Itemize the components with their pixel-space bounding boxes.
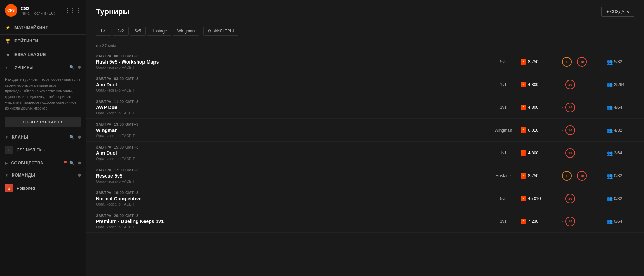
tournament-players: 👥 4/32: [607, 127, 634, 133]
prize-amount: 8 750: [528, 173, 538, 178]
tournament-players: 👥 0/32: [607, 196, 634, 201]
tournament-info: ЗАВТРА, 17:00 GMT+3 Rescue 5v5 Организов…: [96, 168, 486, 183]
tournament-name: Rescue 5v5: [96, 173, 486, 179]
clan-name: CS2 NAVI Clan: [17, 147, 45, 152]
tournament-time: ЗАВТРА, 17:00 GMT+3: [96, 168, 486, 172]
tournament-row[interactable]: ЗАВТРА, 13:00 GMT+3 Wingman Организовано…: [86, 119, 644, 142]
tournament-name: Aim Duel: [96, 82, 486, 87]
tournament-mode: 1v1: [486, 82, 521, 87]
tournament-prize: F 4 800: [521, 82, 562, 87]
add-team-icon[interactable]: ⊕: [78, 173, 81, 178]
sidebar-item-matchmaking[interactable]: ⚡ МАТЧМЕЙКИНГ: [0, 21, 86, 35]
players-icon: 👥: [607, 127, 613, 133]
sidebar-item-ratings[interactable]: 🏆 РЕЙТИНГИ: [0, 35, 86, 48]
team-item[interactable]: 🔥 Poisoned: [0, 181, 86, 195]
app-title-group: CS2 Райан Гослинг (EU): [21, 6, 55, 15]
sidebar-communities-section: ▶ СООБЩЕСТВА 🔍 ⊕: [0, 157, 86, 169]
sidebar-teams-header[interactable]: ▼ КОМАНДЫ ⊕: [0, 169, 86, 181]
tournament-organizer: Организовано FACEIT: [96, 134, 486, 138]
prize-amount: 7 230: [528, 219, 538, 224]
tournament-players: 👥 0/32: [607, 173, 634, 179]
tournament-info: ЗАВТРА, 19:00 GMT+3 Normal Competitive О…: [96, 191, 486, 206]
tournament-organizer: Организовано FACEIT: [96, 202, 486, 206]
players-count: 0/32: [614, 196, 622, 201]
main-header: Турниры + СОЗДАТЬ: [86, 0, 644, 22]
sidebar-clans-header[interactable]: ▼ КЛАНЫ 🔍 ⊕: [0, 131, 86, 143]
tournament-row[interactable]: ЗАВТРА, 03:00 GMT+3 Aim Duel Организован…: [86, 73, 644, 96]
add-clan-icon[interactable]: ⊕: [78, 135, 81, 140]
prize-amount: 8 750: [528, 59, 538, 64]
elo-separator: -: [562, 105, 563, 110]
tournament-row[interactable]: ЗАВТРА, 00:00 GMT+3 Rush 5v5 - Workshop …: [86, 50, 644, 73]
elo-max-indicator: 10: [565, 148, 575, 158]
tournament-prize: F 8 750: [521, 173, 562, 179]
faceit-points-icon: F: [521, 219, 526, 224]
tournament-info: ЗАВТРА, 13:00 GMT+3 Wingman Организовано…: [96, 122, 486, 138]
search-icon[interactable]: 🔍: [69, 65, 75, 70]
ratings-icon: 🏆: [5, 38, 11, 44]
create-button[interactable]: + СОЗДАТЬ: [601, 7, 634, 17]
sidebar-communities-header[interactable]: ▶ СООБЩЕСТВА 🔍 ⊕: [0, 157, 86, 169]
tournament-time: ЗАВТРА, 11:00 GMT+3: [96, 99, 486, 104]
faceit-points-icon: F: [521, 59, 526, 65]
sidebar-tournaments-header[interactable]: ▼ ТУРНИРЫ 🔍 ⊕: [0, 61, 86, 73]
tournament-row[interactable]: ЗАВТРА, 15:00 GMT+3 Aim Duel Организован…: [86, 142, 644, 164]
tournament-row[interactable]: ЗАВТРА, 19:00 GMT+3 Normal Competitive О…: [86, 187, 644, 210]
search-communities-icon[interactable]: 🔍: [69, 161, 75, 165]
add-community-icon[interactable]: ⊕: [78, 161, 81, 165]
elo-max-indicator: 10: [565, 80, 575, 89]
players-icon: 👥: [607, 196, 613, 201]
tournament-overview-button[interactable]: ОБЗОР ТУРНИРОВ: [5, 117, 81, 127]
tournament-mode: 5v5: [486, 196, 521, 201]
tournament-mode: 1v1: [486, 151, 521, 155]
chevron-down-icon: ▼: [5, 173, 8, 177]
add-tournament-icon[interactable]: ⊕: [78, 65, 81, 70]
elo-separator: -: [574, 173, 575, 178]
filter-tab-hostage[interactable]: Hostage: [147, 27, 171, 36]
tournament-name: Premium - Dueling Keeps 1v1: [96, 219, 486, 224]
faceit-points-icon: F: [521, 196, 526, 201]
filter-tab-5v5[interactable]: 5v5: [130, 27, 146, 36]
sidebar-item-esea[interactable]: ★ ESEA LEAGUE: [0, 48, 86, 61]
tournament-players: 👥 5/32: [607, 59, 634, 65]
tournament-info: ЗАВТРА, 20:00 GMT+3 Premium - Dueling Ke…: [96, 213, 486, 229]
players-icon: 👥: [607, 105, 613, 110]
tournament-name: Normal Competitive: [96, 196, 486, 201]
filter-tab-wingman[interactable]: Wingman: [173, 27, 199, 36]
search-clans-icon[interactable]: 🔍: [69, 135, 75, 140]
tournament-players: 👥 4/64: [607, 105, 634, 110]
players-icon: 👥: [607, 150, 613, 156]
tournament-time: ЗАВТРА, 00:00 GMT+3: [96, 54, 486, 58]
players-count: 0/32: [614, 173, 622, 178]
clan-icon: C: [5, 146, 13, 154]
faceit-points-icon: F: [521, 127, 526, 133]
grid-icon[interactable]: ⋮⋮⋮: [65, 7, 81, 14]
chevron-right-icon: ▶: [5, 161, 8, 165]
tournament-elo: - 10: [562, 80, 607, 89]
tournament-row[interactable]: ЗАВТРА, 17:00 GMT+3 Rescue 5v5 Организов…: [86, 164, 644, 187]
page-title: Турниры: [96, 7, 129, 16]
tournament-mode: Wingman: [486, 128, 521, 133]
players-icon: 👥: [607, 59, 613, 65]
elo-min-indicator: 1: [562, 57, 572, 67]
tournament-prize: F 8 750: [521, 59, 562, 65]
tournament-info: ЗАВТРА, 15:00 GMT+3 Aim Duel Организован…: [96, 145, 486, 161]
players-count: 4/32: [614, 128, 622, 133]
tournament-organizer: Организовано FACEIT: [96, 65, 486, 69]
advanced-filters-button[interactable]: ⚙ ФИЛЬТРЫ: [203, 27, 238, 36]
tournament-elo: - 10: [562, 217, 607, 226]
elo-max-indicator: 10: [577, 57, 587, 67]
tournament-row[interactable]: ЗАВТРА, 20:00 GMT+3 Premium - Dueling Ke…: [86, 210, 644, 233]
filter-tab-2v2[interactable]: 2v2: [113, 27, 128, 36]
faceit-points-icon: F: [521, 105, 526, 110]
prize-amount: 4 800: [528, 82, 538, 87]
tournament-info: ЗАВТРА, 11:00 GMT+3 AWP Duel Организован…: [96, 99, 486, 115]
tournament-organizer: Организовано FACEIT: [96, 88, 486, 92]
clans-actions: 🔍 ⊕: [69, 135, 81, 140]
tournament-prize: F 7 230: [521, 219, 562, 224]
clan-item[interactable]: C CS2 NAVI Clan: [0, 143, 86, 157]
tournament-info: ЗАВТРА, 03:00 GMT+3 Aim Duel Организован…: [96, 77, 486, 92]
tournament-row[interactable]: ЗАВТРА, 11:00 GMT+3 AWP Duel Организован…: [86, 96, 644, 119]
filter-tab-1v1[interactable]: 1v1: [96, 27, 111, 36]
tournament-name: Aim Duel: [96, 150, 486, 156]
